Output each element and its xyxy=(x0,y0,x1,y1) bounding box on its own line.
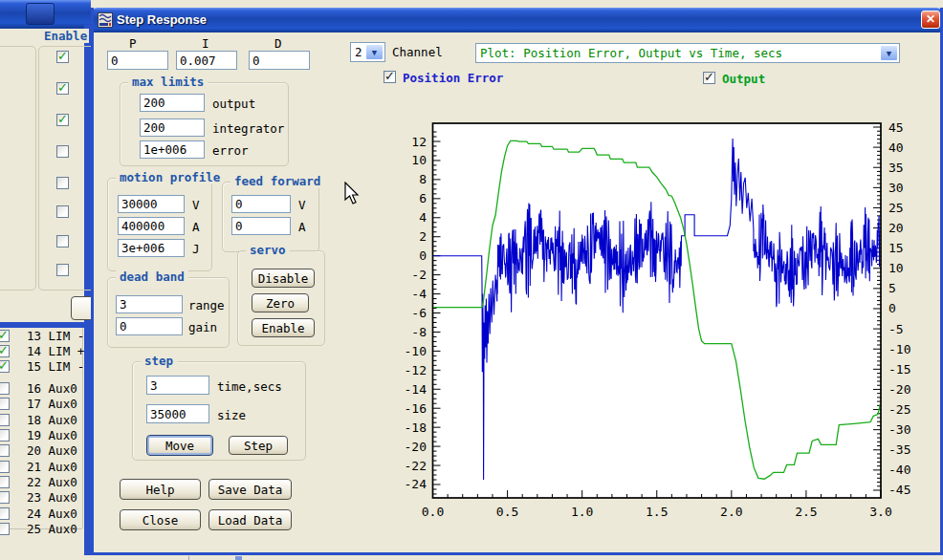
channel-list-label: 14 LIM + 1 xyxy=(27,344,99,358)
channel-list-checkbox[interactable] xyxy=(0,461,10,473)
channel-value: 2 xyxy=(355,45,362,59)
plot-select[interactable]: Plot: Position Error, Output vs Time, se… xyxy=(475,43,900,63)
move-button[interactable]: Move xyxy=(146,435,213,456)
max-error-field[interactable] xyxy=(140,140,205,159)
channel-list-label: 24 Aux0 xyxy=(27,506,77,521)
load-data-button[interactable]: Load Data xyxy=(208,509,292,530)
accel-unit-label: A xyxy=(192,220,200,234)
step-size-label: size xyxy=(217,408,246,422)
channel-list-label: 21 Aux0 xyxy=(27,460,77,474)
channel-list-label: 16 Aux0 xyxy=(27,381,77,396)
channel-list-checkbox[interactable] xyxy=(0,523,10,535)
ff-velocity-field[interactable] xyxy=(231,195,291,213)
enable-checkbox[interactable] xyxy=(56,114,69,126)
enable-checkbox[interactable] xyxy=(56,51,69,63)
background-titlebar-button[interactable] xyxy=(26,3,55,25)
p-field[interactable] xyxy=(107,51,168,70)
enable-checkbox[interactable] xyxy=(56,177,69,189)
chevron-down-icon[interactable]: ▼ xyxy=(365,44,384,60)
i-field[interactable] xyxy=(176,51,237,70)
channel-list-label: 25 Aux0 xyxy=(27,522,77,536)
servo-group: servo Disable Zero Enable xyxy=(237,250,325,346)
servo-title: servo xyxy=(246,243,290,257)
channel-list-label: 19 Aux0 xyxy=(27,428,77,442)
dead-band-group: dead band range gain xyxy=(107,277,230,348)
enable-checkbox[interactable] xyxy=(56,264,69,276)
d-field[interactable] xyxy=(249,51,310,70)
max-integrator-label: integrator xyxy=(212,121,284,136)
channel-list-label: 15 LIM - 1 xyxy=(27,359,99,374)
p-label: P xyxy=(129,36,137,51)
ff-velocity-unit-label: V xyxy=(298,198,306,212)
step-button[interactable]: Step xyxy=(229,436,288,455)
save-data-button[interactable]: Save Data xyxy=(208,479,292,500)
jerk-field[interactable] xyxy=(118,239,185,257)
channel-list-label: 13 LIM - 0 xyxy=(27,329,99,343)
deadband-range-field[interactable] xyxy=(116,295,183,313)
channel-list-checkbox[interactable] xyxy=(0,429,10,442)
enable-checkbox[interactable] xyxy=(56,82,69,95)
bottom-window-fragment xyxy=(188,556,189,560)
output-checkbox[interactable] xyxy=(703,72,715,84)
background-window-separator xyxy=(0,322,91,328)
enable-checkbox[interactable] xyxy=(56,145,69,158)
max-output-field[interactable] xyxy=(140,94,205,112)
i-label: I xyxy=(202,36,209,51)
channel-list-checkbox[interactable] xyxy=(0,414,10,426)
feed-forward-title: feed forward xyxy=(230,174,324,188)
channel-list-checkbox[interactable] xyxy=(0,491,10,504)
max-output-label: output xyxy=(212,97,255,111)
accel-field[interactable] xyxy=(118,217,185,235)
channel-select[interactable]: 2 ▼ xyxy=(350,42,385,62)
step-size-field[interactable] xyxy=(146,404,209,423)
screen: Enable 47203-9-32282000 13 LIM - 014 LIM… xyxy=(0,0,943,560)
jerk-unit-label: J xyxy=(192,242,200,256)
velocity-field[interactable] xyxy=(118,195,185,213)
channel-list-checkbox[interactable] xyxy=(0,360,10,373)
channel-list-checkbox[interactable] xyxy=(0,444,10,457)
channel-list-checkbox[interactable] xyxy=(0,398,10,410)
position-error-checkbox[interactable] xyxy=(384,71,396,83)
background-window-titlebar[interactable] xyxy=(0,0,91,29)
bottom-window-fragment-blue xyxy=(235,556,242,560)
enable-checkbox[interactable] xyxy=(56,205,69,218)
close-button[interactable]: Close xyxy=(120,509,201,530)
app-icon xyxy=(98,12,113,28)
motion-profile-title: motion profile xyxy=(116,170,224,184)
motion-profile-group: motion profile V A J xyxy=(107,178,212,271)
max-limits-group: max limits output integrator error xyxy=(120,82,289,166)
servo-enable-button[interactable]: Enable xyxy=(252,318,315,337)
help-button[interactable]: Help xyxy=(120,479,201,500)
deadband-gain-field[interactable] xyxy=(116,317,183,335)
max-error-label: error xyxy=(212,143,249,158)
ff-accel-field[interactable] xyxy=(231,217,291,235)
channel-list-checkbox[interactable] xyxy=(0,345,10,357)
close-icon[interactable]: ✕ xyxy=(921,11,940,29)
d-label: D xyxy=(274,36,282,51)
chevron-down-icon[interactable]: ▼ xyxy=(880,45,898,61)
channel-label: Channel xyxy=(392,45,443,59)
ff-accel-unit-label: A xyxy=(298,220,306,234)
channel-list-checkbox[interactable] xyxy=(0,507,10,520)
channel-list-checkbox[interactable] xyxy=(0,330,10,342)
deadband-gain-label: gain xyxy=(188,320,217,334)
channel-list-label: 18 Aux0 xyxy=(27,413,77,427)
step-response-dialog: Step Response ✕ P I D 2 ▼ Channel Plot: … xyxy=(91,8,943,555)
feed-forward-group: feed forward V A xyxy=(222,182,319,252)
channel-list-label: 22 Aux0 xyxy=(27,475,77,489)
max-integrator-field[interactable] xyxy=(140,118,205,137)
enable-checkbox[interactable] xyxy=(56,235,69,248)
channel-list-checkbox[interactable] xyxy=(0,476,10,488)
dialog-titlebar[interactable]: Step Response ✕ xyxy=(91,8,943,32)
channel-list-checkbox[interactable] xyxy=(0,382,10,395)
dialog-title: Step Response xyxy=(117,12,207,27)
step-time-field[interactable] xyxy=(146,376,209,395)
output-label: Output xyxy=(722,72,765,86)
max-limits-title: max limits xyxy=(128,75,208,89)
channel-list-label: 23 Aux0 xyxy=(27,490,77,505)
deadband-range-label: range xyxy=(188,298,225,312)
background-values-groupbox xyxy=(0,46,36,291)
servo-zero-button[interactable]: Zero xyxy=(252,293,309,312)
servo-disable-button[interactable]: Disable xyxy=(252,269,315,288)
channel-list-label: 20 Aux0 xyxy=(27,443,77,458)
